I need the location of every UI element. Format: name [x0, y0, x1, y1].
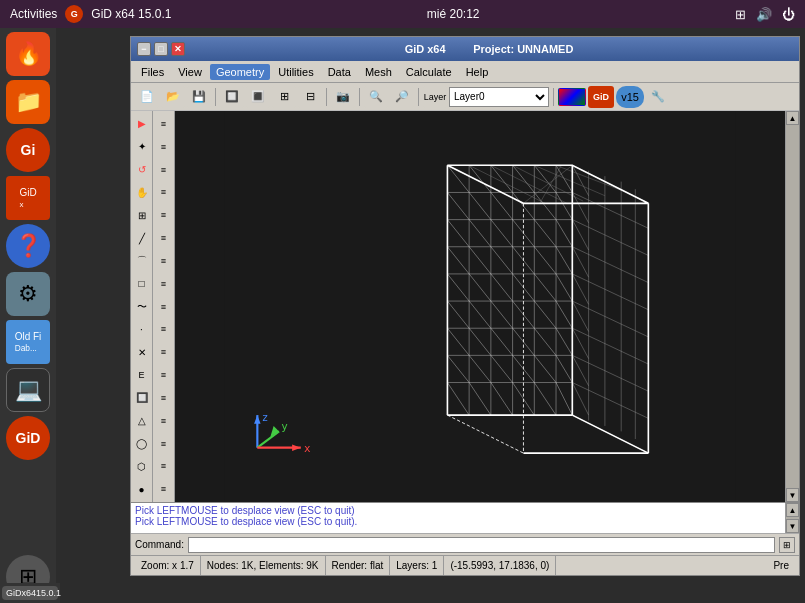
left-tool-panel: ▶ ✦ ↺ ✋ ⊞ ╱ ⌒ □ 〜 · ✕ Ε 🔲 △ ◯ ⬡ ● ≡	[131, 111, 175, 502]
left-panel-col1: ▶ ✦ ↺ ✋ ⊞ ╱ ⌒ □ 〜 · ✕ Ε 🔲 △ ◯ ⬡ ●	[131, 111, 153, 502]
menu-geometry[interactable]: Geometry	[210, 64, 270, 80]
toolbar-new[interactable]: 📄	[135, 86, 159, 108]
sidebar-icon-help[interactable]: ❓	[6, 224, 50, 268]
network-icon[interactable]: ⊞	[735, 7, 746, 22]
tool-surface[interactable]: ◯	[131, 433, 153, 455]
tool-measure[interactable]: Ε	[131, 364, 153, 386]
toolbar-sep-4	[418, 88, 419, 106]
maximize-button[interactable]: □	[154, 42, 168, 56]
tool-line[interactable]: ╱	[131, 227, 153, 249]
toolbar-gid-logo[interactable]: GiD	[588, 86, 614, 108]
sidebar-icon-gid2[interactable]: GiDx	[6, 176, 50, 220]
viewport[interactable]: z y x	[175, 111, 785, 502]
toolbar-view1[interactable]: 🔍	[364, 86, 388, 108]
toolbar-sep-5	[553, 88, 554, 106]
sidebar-icon-files[interactable]: 📁	[6, 80, 50, 124]
volume-icon[interactable]: 🔊	[756, 7, 772, 22]
toolbar-render3[interactable]: ⊞	[272, 86, 296, 108]
tool-sphere[interactable]: ●	[131, 478, 153, 500]
output-scroll-down[interactable]: ▼	[786, 519, 799, 533]
taskbar-gid-item[interactable]: GiDx6415.0.1	[2, 586, 58, 600]
tool-curve[interactable]: 〜	[131, 296, 153, 318]
command-label: Command:	[135, 539, 184, 550]
tool-rotate[interactable]: ↺	[131, 159, 153, 181]
tool-arc[interactable]: ⌒	[131, 250, 153, 272]
activities-button[interactable]: Activities	[10, 7, 57, 21]
tool-zoom-rect[interactable]: ⊞	[131, 204, 153, 226]
toolbar-save[interactable]: 💾	[187, 86, 211, 108]
icon-col2-6[interactable]: ≡	[153, 227, 175, 249]
tool-rect[interactable]: □	[131, 273, 153, 295]
toolbar-sep-2	[326, 88, 327, 106]
icon-col2-9[interactable]: ≡	[153, 296, 175, 318]
toolbar-row-1: 📄 📂 💾 🔲 🔳 ⊞ ⊟ 📷 🔍 🔎 Layer Layer0 GiD v15…	[131, 83, 799, 111]
close-button[interactable]: ✕	[171, 42, 185, 56]
app-title-top: GiD x64 15.0.1	[91, 7, 171, 21]
tool-tri[interactable]: △	[131, 410, 153, 432]
menu-help[interactable]: Help	[460, 64, 495, 80]
sidebar-icon-terminal[interactable]: 💻	[6, 368, 50, 412]
power-icon[interactable]: ⏻	[782, 7, 795, 22]
output-area: Pick LEFTMOUSE to desplace view (ESC to …	[131, 502, 799, 555]
icon-col2-3[interactable]: ≡	[153, 159, 175, 181]
tool-select-arrow[interactable]: ▶	[131, 113, 153, 135]
icon-col2-11[interactable]: ≡	[153, 341, 175, 363]
command-end-btn[interactable]: ⊞	[779, 537, 795, 553]
toolbar-render4[interactable]: ⊟	[298, 86, 322, 108]
output-scrollbar[interactable]: ▲ ▼	[785, 503, 799, 533]
scrollbar-up-btn[interactable]: ▲	[786, 111, 799, 125]
toolbar-toggle[interactable]: v15	[616, 86, 644, 108]
toolbar-color[interactable]	[558, 88, 586, 106]
icon-col2-17[interactable]: ≡	[153, 478, 175, 500]
sidebar-icon-gid3[interactable]: GiD	[6, 416, 50, 460]
tool-crosshair[interactable]: ✦	[131, 136, 153, 158]
scrollbar-down-btn[interactable]: ▼	[786, 488, 799, 502]
window-controls-left: − □ ✕	[137, 42, 185, 56]
menu-data[interactable]: Data	[322, 64, 357, 80]
viewport-scrollbar[interactable]: ▲ ▼	[785, 111, 799, 502]
menu-calculate[interactable]: Calculate	[400, 64, 458, 80]
toolbar-layer-btn[interactable]: Layer	[423, 86, 447, 108]
output-scroll-up[interactable]: ▲	[786, 503, 799, 517]
minimize-button[interactable]: −	[137, 42, 151, 56]
menu-files[interactable]: Files	[135, 64, 170, 80]
status-nodes: Nodes: 1K, Elements: 9K	[201, 556, 326, 575]
toolbar-render1[interactable]: 🔲	[220, 86, 244, 108]
tool-erase[interactable]: ✕	[131, 341, 153, 363]
command-input[interactable]	[188, 537, 775, 553]
icon-col2-12[interactable]: ≡	[153, 364, 175, 386]
icon-col2-14[interactable]: ≡	[153, 410, 175, 432]
menu-utilities[interactable]: Utilities	[272, 64, 319, 80]
toolbar-view2[interactable]: 🔎	[390, 86, 414, 108]
icon-col2-7[interactable]: ≡	[153, 250, 175, 272]
svg-text:x: x	[304, 442, 311, 455]
layer-dropdown[interactable]: Layer0	[449, 87, 549, 107]
tool-pan[interactable]: ✋	[131, 181, 153, 203]
toolbar-open[interactable]: 📂	[161, 86, 185, 108]
output-with-scroll: Pick LEFTMOUSE to desplace view (ESC to …	[131, 503, 799, 533]
toolbar-screenshot[interactable]: 📷	[331, 86, 355, 108]
icon-col2-13[interactable]: ≡	[153, 387, 175, 409]
icon-col2-10[interactable]: ≡	[153, 318, 175, 340]
icon-col2-5[interactable]: ≡	[153, 204, 175, 226]
ubuntu-top-bar: Activities G GiD x64 15.0.1 mié 20:12 ⊞ …	[0, 0, 805, 28]
icon-col2-2[interactable]: ≡	[153, 136, 175, 158]
menu-view[interactable]: View	[172, 64, 208, 80]
icon-col2-15[interactable]: ≡	[153, 433, 175, 455]
tool-point[interactable]: ·	[131, 318, 153, 340]
sidebar-icon-app1[interactable]: Old FiDab...	[6, 320, 50, 364]
sidebar-icon-gid1[interactable]: Gi	[6, 128, 50, 172]
icon-col2-1[interactable]: ≡	[153, 113, 175, 135]
tool-body[interactable]: ⬡	[131, 455, 153, 477]
ubuntu-sidebar: 🔥 📁 Gi GiDx ❓ ⚙ Old FiDab... 💻 GiD ⊞	[0, 28, 56, 603]
sidebar-icon-settings[interactable]: ⚙	[6, 272, 50, 316]
icon-col2-16[interactable]: ≡	[153, 455, 175, 477]
icon-col2-4[interactable]: ≡	[153, 181, 175, 203]
tool-annotate[interactable]: 🔲	[131, 387, 153, 409]
toolbar-render2[interactable]: 🔳	[246, 86, 270, 108]
toolbar-extra[interactable]: 🔧	[646, 86, 670, 108]
sidebar-icon-firefox[interactable]: 🔥	[6, 32, 50, 76]
menu-mesh[interactable]: Mesh	[359, 64, 398, 80]
icon-col2-8[interactable]: ≡	[153, 273, 175, 295]
output-text: Pick LEFTMOUSE to desplace view (ESC to …	[131, 503, 785, 533]
